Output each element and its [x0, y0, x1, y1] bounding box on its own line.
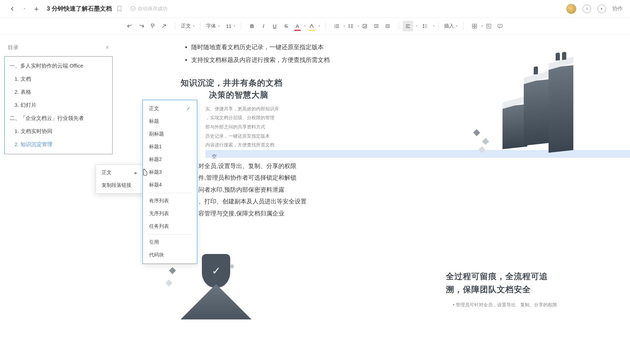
submenu-item-subtitle[interactable]: 副标题: [143, 128, 197, 140]
align-button[interactable]: [403, 21, 413, 31]
ordered-list-button[interactable]: 123: [331, 21, 342, 31]
submenu-item-h4[interactable]: 标题4: [143, 179, 197, 191]
menu-label: 有序列表: [149, 198, 169, 204]
find-button[interactable]: [483, 21, 494, 31]
submenu-item-tasklist[interactable]: 任务列表: [143, 220, 197, 233]
section-heading-2[interactable]: 全过程可留痕，全流程可追 溯，保障团队文档安全: [446, 270, 559, 296]
caret-down-icon[interactable]: ▾: [358, 24, 359, 28]
toc-title: 目录: [8, 44, 18, 51]
svg-rect-9: [472, 24, 474, 26]
menu-label: 标题2: [149, 156, 162, 163]
svg-rect-8: [363, 24, 367, 28]
bullet-text: 管理员可针对全员，设置导出、复制、分享的权限: [456, 302, 557, 307]
submenu-item-h1[interactable]: 标题1: [143, 140, 197, 153]
comment-button[interactable]: [495, 21, 505, 31]
insert-select[interactable]: 插入 ▾: [442, 21, 460, 31]
line-spacing-button[interactable]: [420, 21, 430, 31]
paragraph-style-select[interactable]: 正文 ▾: [179, 21, 197, 31]
toc-item[interactable]: 1. 文档: [5, 73, 112, 86]
main-area: 目录 × 一、多人实时协作的云端 Office 1. 文档 2. 表格 3. 幻…: [0, 35, 630, 364]
list-item[interactable]: 件,管理员和协作者可选择锁定和解锁: [198, 172, 612, 183]
font-color-button[interactable]: A: [292, 21, 303, 31]
user-avatar[interactable]: [566, 4, 576, 14]
heading-line: 全过程可留痕，全流程可追: [446, 270, 559, 283]
menu-label: 复制段落链接: [102, 182, 131, 189]
menu-label: 正文: [149, 105, 159, 112]
toc-item[interactable]: 3. 幻灯片: [5, 99, 112, 112]
toc-item[interactable]: 二、「企业文档云」行业领先者: [5, 112, 112, 125]
submenu-item-title[interactable]: 标题: [143, 115, 197, 128]
caret-down-icon[interactable]: ▾: [481, 24, 483, 28]
back-dropdown-icon[interactable]: ▾: [23, 4, 26, 14]
svg-rect-1: [151, 24, 154, 26]
caret-down-icon[interactable]: ▾: [433, 24, 435, 28]
submenu-item-unordered[interactable]: 无序列表: [143, 207, 197, 220]
toc-item-active[interactable]: 2. 知识沉淀管理: [5, 138, 112, 151]
menu-label: 正文: [102, 169, 112, 176]
submenu-item-ordered[interactable]: 有序列表: [143, 195, 197, 207]
toc-item[interactable]: 2. 表格: [5, 86, 112, 99]
caret-down-icon[interactable]: ▾: [318, 24, 320, 28]
context-menu-item-style[interactable]: 正文 ▶: [96, 166, 143, 179]
list-item[interactable]: 问者水印,预防内部保密资料泄露: [198, 184, 612, 195]
format-painter-button[interactable]: [147, 21, 158, 31]
underline-button[interactable]: U: [269, 21, 280, 31]
undo-button[interactable]: [125, 21, 135, 31]
svg-rect-11: [472, 27, 474, 28]
menu-label: 标题4: [149, 182, 162, 188]
caret-down-icon[interactable]: ▾: [416, 24, 418, 28]
menu-label: 标题1: [149, 144, 162, 150]
header-right: 协作: [566, 4, 623, 14]
context-menu-item-copy-link[interactable]: 复制段落链接: [96, 179, 143, 192]
submenu-item-h2[interactable]: 标题2: [143, 153, 197, 166]
list-item[interactable]: 、打印、创建副本及人员进出等安全设置: [198, 196, 612, 207]
menu-label: 副标题: [149, 131, 164, 137]
close-icon[interactable]: ×: [105, 44, 109, 51]
highlight-button[interactable]: [306, 21, 317, 31]
app-header: ▾ ＋ 3 分钟快速了解石墨文档 自动保存成功 协作: [0, 0, 630, 18]
indent-button[interactable]: [382, 21, 393, 31]
check-circle-icon: [130, 6, 136, 11]
svg-text:3: 3: [334, 27, 335, 29]
clear-format-button[interactable]: [159, 21, 169, 31]
menu-divider: [148, 234, 192, 235]
autosave-text: 自动保存成功: [138, 6, 168, 12]
caret-down-icon[interactable]: ▾: [304, 24, 306, 28]
back-button[interactable]: [7, 4, 18, 14]
caret-down-icon[interactable]: ▾: [344, 24, 345, 28]
submenu-item-body[interactable]: 正文 ✓: [143, 102, 197, 115]
redo-button[interactable]: [136, 21, 147, 31]
font-size-select[interactable]: 11 ▾: [224, 21, 237, 31]
submenu-item-codeblock[interactable]: 代码块: [143, 249, 197, 261]
checklist-button[interactable]: [360, 21, 370, 31]
check-icon: ✓: [186, 106, 191, 111]
strikethrough-button[interactable]: S: [281, 21, 291, 31]
play-icon[interactable]: [597, 5, 606, 13]
bold-button[interactable]: B: [247, 21, 257, 31]
collaborate-button[interactable]: 协作: [612, 5, 623, 12]
add-button[interactable]: ＋: [31, 4, 42, 14]
toc-item[interactable]: 1. 文档实时协同: [5, 125, 112, 138]
unordered-list-button[interactable]: [346, 21, 356, 31]
caret-down-icon: ▾: [456, 24, 458, 28]
svg-rect-12: [475, 27, 477, 28]
illustration-towers: [495, 59, 609, 173]
history-icon[interactable]: [583, 5, 591, 13]
menu-label: 标题3: [149, 169, 162, 175]
toc-item[interactable]: 一、多人实时协作的云端 Office: [5, 59, 112, 73]
font-family-select[interactable]: 字体 ▾: [204, 21, 222, 31]
layout-button[interactable]: [469, 21, 480, 31]
submenu-item-quote[interactable]: 引用: [143, 236, 197, 249]
italic-button[interactable]: I: [258, 21, 269, 31]
toc-list: 一、多人实时协作的云端 Office 1. 文档 2. 表格 3. 幻灯片 二、…: [4, 56, 113, 154]
list-item[interactable]: 容管理与交接,保障文档归属企业: [198, 208, 612, 219]
toc-header: 目录 ×: [4, 41, 113, 56]
svg-rect-10: [475, 24, 477, 26]
autosave-status: 自动保存成功: [130, 6, 168, 12]
submenu-item-h3[interactable]: 标题3: [143, 166, 197, 179]
check-icon: ✓: [212, 265, 221, 277]
list-item[interactable]: 随时随地查看文档历史记录，一键还原至指定版本: [191, 42, 612, 53]
outdent-button[interactable]: [371, 21, 382, 31]
menu-divider: [148, 193, 192, 193]
bookmark-icon[interactable]: [117, 6, 122, 12]
